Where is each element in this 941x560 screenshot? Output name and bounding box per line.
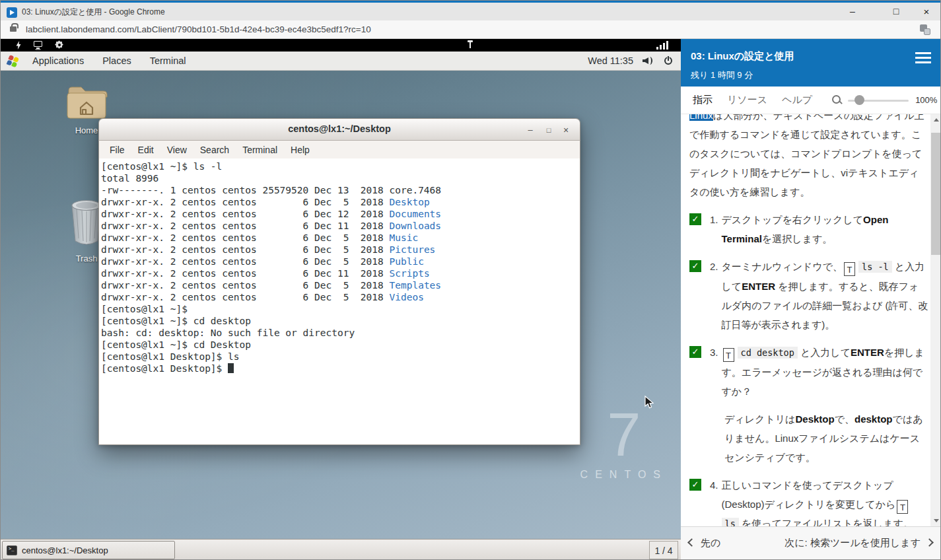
lock-icon bbox=[10, 26, 17, 32]
chevron-left-icon[interactable] bbox=[687, 538, 696, 547]
directory-name: Desktop bbox=[390, 197, 430, 207]
terminal-line: -rw-------. 1 centos centos 25579520 Dec… bbox=[101, 184, 580, 196]
terminal-line: drwxr-xr-x. 2 centos centos 6 Dec 5 2018… bbox=[101, 232, 580, 244]
terminal-line: drwxr-xr-x. 2 centos centos 6 Dec 5 2018… bbox=[101, 244, 580, 256]
terminal-menu-edit[interactable]: Edit bbox=[131, 143, 160, 157]
clock[interactable]: Wed 11:35 bbox=[588, 55, 633, 66]
step-text: 正しいコマンドを使ってデスクトップ(Desktop)ディレクトリを変更してから bbox=[722, 479, 896, 510]
search-icon[interactable] bbox=[832, 95, 843, 106]
zoom-slider-thumb[interactable] bbox=[854, 95, 864, 105]
maximize-button[interactable]: □ bbox=[882, 3, 911, 20]
terminal-line: [centos@lx1 ~]$ cd desktop bbox=[101, 315, 580, 327]
power-icon[interactable] bbox=[664, 56, 673, 65]
intro-paragraph: Linuxは大部分が、テキストベースの設定ファイル上で作動するコマンドを通じて設… bbox=[689, 114, 928, 201]
chevron-right-icon[interactable] bbox=[925, 538, 934, 547]
tab-ヘルプ[interactable]: ヘルプ bbox=[779, 94, 815, 106]
directory-name: Documents bbox=[390, 209, 442, 219]
type-text-icon[interactable]: T bbox=[723, 348, 734, 362]
terminal-line: drwxr-xr-x. 2 centos centos 6 Dec 5 2018… bbox=[101, 196, 580, 208]
tab-指示[interactable]: 指示 bbox=[690, 94, 715, 106]
mouse-cursor bbox=[645, 396, 654, 409]
checkbox-checked[interactable]: ✓ bbox=[689, 479, 701, 491]
step-text: ターミナルウィンドウで、 bbox=[722, 261, 843, 272]
zoom-level: 100% bbox=[915, 95, 937, 105]
terminal-line: [centos@lx1 ~]$ bbox=[101, 303, 580, 315]
checkbox-checked[interactable]: ✓ bbox=[689, 260, 701, 272]
settings-gear-icon[interactable] bbox=[56, 42, 62, 48]
checkbox-checked[interactable]: ✓ bbox=[689, 213, 701, 225]
terminal-line: drwxr-xr-x. 2 centos centos 6 Dec 12 201… bbox=[101, 208, 580, 220]
terminal-menu-terminal[interactable]: Terminal bbox=[236, 143, 284, 157]
terminal-line: drwxr-xr-x. 2 centos centos 6 Dec 5 2018… bbox=[101, 291, 580, 303]
display-icon[interactable] bbox=[34, 41, 42, 47]
terminal-output[interactable]: [centos@lx1 ~]$ ls -ltotal 8996-rw------… bbox=[98, 158, 580, 445]
terminal-titlebar[interactable]: centos@lx1:~/Desktop – □ × bbox=[98, 118, 580, 141]
terminal-minimize-button[interactable]: – bbox=[522, 123, 539, 137]
terminal-cursor bbox=[228, 363, 234, 373]
scroll-up-arrow-icon[interactable] bbox=[930, 114, 941, 125]
scrollbar-thumb[interactable] bbox=[931, 133, 941, 255]
translate-icon[interactable] bbox=[920, 24, 930, 35]
tab-list: 指示リソースヘルプ bbox=[681, 94, 815, 106]
terminal-menu-search[interactable]: Search bbox=[193, 143, 236, 157]
step-number: 2. bbox=[710, 257, 718, 334]
terminal-close-button[interactable]: × bbox=[557, 123, 575, 137]
scroll-down-arrow-icon[interactable] bbox=[930, 515, 941, 526]
workspace-pager[interactable]: 1 / 4 bbox=[649, 541, 678, 559]
step-body: Tcd desktop と入力してENTERを押します。エラーメッセージが返され… bbox=[722, 343, 928, 401]
step-number: 3. bbox=[710, 343, 718, 401]
gnome-menu-places[interactable]: Places bbox=[93, 53, 141, 69]
bold-text: Desktop bbox=[795, 413, 834, 425]
terminal-text: drwxr-xr-x. 2 centos centos 6 Dec 5 2018 bbox=[101, 197, 390, 207]
minimize-button[interactable]: – bbox=[838, 3, 867, 20]
close-button[interactable]: × bbox=[912, 3, 941, 20]
menu-hamburger-icon[interactable] bbox=[915, 52, 931, 63]
command-code[interactable]: ls -l bbox=[858, 261, 892, 273]
power-actions-icon[interactable] bbox=[15, 41, 22, 50]
pin-toolbar-icon[interactable] bbox=[468, 40, 473, 49]
type-text-icon[interactable]: T bbox=[844, 262, 855, 276]
volume-icon[interactable] bbox=[643, 56, 653, 65]
terminal-menu-view[interactable]: View bbox=[160, 143, 193, 157]
terminal-menu-file[interactable]: File bbox=[103, 143, 131, 157]
command-code[interactable]: ls bbox=[722, 518, 739, 526]
desktop[interactable]: Home Trash 7 CENTOS bbox=[1, 71, 681, 539]
step-text: ディレクトリは bbox=[724, 413, 795, 425]
previous-task-link[interactable]: 先の bbox=[701, 537, 720, 549]
instruction-step: ✓2.ターミナルウィンドウで、Tls -l と入力してENTER を押します。す… bbox=[689, 257, 928, 334]
directory-name: Pictures bbox=[390, 244, 436, 255]
checkbox-checked[interactable]: ✓ bbox=[689, 346, 701, 358]
watermark-number: 7 bbox=[580, 408, 668, 461]
step-number: 4. bbox=[710, 475, 718, 526]
panel-scrollbar[interactable] bbox=[930, 114, 941, 526]
step-body: ターミナルウィンドウで、Tls -l と入力してENTER を押します。すると、… bbox=[722, 257, 928, 334]
terminal-menu-help[interactable]: Help bbox=[284, 143, 316, 157]
gnome-menu-terminal[interactable]: Terminal bbox=[141, 53, 195, 69]
url-text[interactable]: labclient.labondemand.com/LabClient/790b… bbox=[26, 24, 371, 34]
terminal-line: drwxr-xr-x. 2 centos centos 6 Dec 11 201… bbox=[101, 267, 580, 279]
directory-name: Templates bbox=[390, 280, 442, 291]
step-body: デスクトップを右クリックしてOpen Terminalを選択します。 bbox=[722, 210, 928, 248]
taskbar-window-button[interactable]: centos@lx1:~/Desktop bbox=[2, 541, 175, 559]
bold-text: ENTER bbox=[742, 281, 775, 292]
terminal-maximize-button[interactable]: □ bbox=[540, 123, 557, 137]
terminal-text: drwxr-xr-x. 2 centos centos 6 Dec 12 201… bbox=[101, 209, 390, 219]
lab-panel-tabs: 指示リソースヘルプ 100% bbox=[681, 87, 941, 114]
tab-リソース[interactable]: リソース bbox=[724, 94, 770, 106]
next-task-link[interactable]: 次に: 検索ツールを使用します bbox=[784, 537, 921, 549]
step-text: と入力して bbox=[798, 347, 851, 358]
lab-title: 03: Linuxの設定と使用 bbox=[691, 50, 794, 63]
terminal-line: bash: cd: desktop: No such file or direc… bbox=[101, 327, 580, 339]
command-code[interactable]: cd desktop bbox=[738, 347, 798, 359]
terminal-text: -rw-------. 1 centos centos 25579520 Dec… bbox=[101, 185, 441, 195]
terminal-line: [centos@lx1 ~]$ ls -l bbox=[101, 160, 580, 172]
type-text-icon[interactable]: T bbox=[897, 500, 908, 514]
instruction-step: ✓4.正しいコマンドを使ってデスクトップ(Desktop)ディレクトリを変更して… bbox=[689, 475, 928, 526]
labclient-toolbar bbox=[1, 39, 681, 52]
gnome-top-bar: ApplicationsPlacesTerminal Wed 11:35 bbox=[1, 52, 681, 71]
applications-menu-icon[interactable] bbox=[6, 54, 20, 68]
gnome-menu-applications[interactable]: Applications bbox=[23, 53, 93, 69]
zoom-slider[interactable] bbox=[848, 95, 909, 106]
terminal-title: centos@lx1:~/Desktop bbox=[99, 123, 580, 134]
address-bar[interactable]: labclient.labondemand.com/LabClient/790b… bbox=[1, 20, 941, 39]
